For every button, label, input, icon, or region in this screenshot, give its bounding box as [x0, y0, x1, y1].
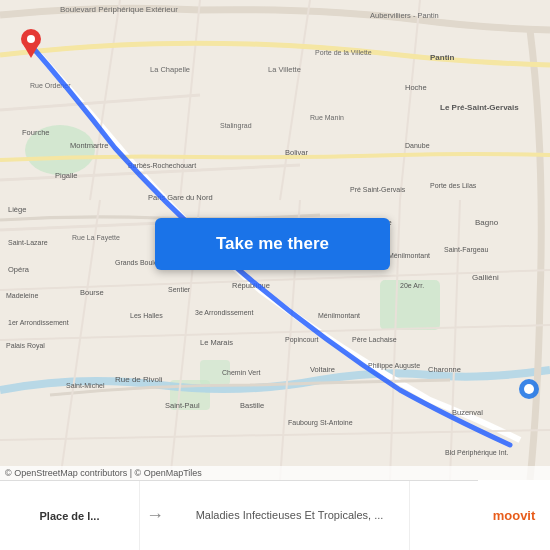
svg-text:Saint-Fargeau: Saint-Fargeau: [444, 246, 488, 254]
svg-text:Buzenval: Buzenval: [452, 408, 483, 417]
svg-text:Pré Saint-Gervais: Pré Saint-Gervais: [350, 186, 406, 193]
svg-text:Pantin: Pantin: [430, 53, 455, 62]
svg-point-79: [27, 35, 35, 43]
svg-text:Bourse: Bourse: [80, 288, 104, 297]
svg-text:La Chapelle: La Chapelle: [150, 65, 190, 74]
svg-text:Rue La Fayette: Rue La Fayette: [72, 234, 120, 242]
svg-text:Montmartre: Montmartre: [70, 141, 108, 150]
svg-marker-78: [24, 46, 38, 58]
svg-text:Rue Ordener: Rue Ordener: [30, 82, 71, 89]
svg-text:Rue Manin: Rue Manin: [310, 114, 344, 121]
destination-section[interactable]: Maladies Infectieuses Et Tropicales, ...: [170, 481, 410, 550]
svg-text:Sentier: Sentier: [168, 286, 191, 293]
svg-text:Popincourt: Popincourt: [285, 336, 319, 344]
svg-text:Saint-Paul: Saint-Paul: [165, 401, 200, 410]
svg-text:Rue de Rivoli: Rue de Rivoli: [115, 375, 163, 384]
svg-text:Bagno: Bagno: [475, 218, 499, 227]
svg-text:Le Marais: Le Marais: [200, 338, 233, 347]
svg-text:Paris Gare du Nord: Paris Gare du Nord: [148, 193, 213, 202]
svg-text:Stalingrad: Stalingrad: [220, 122, 252, 130]
svg-text:20e Arr.: 20e Arr.: [400, 282, 424, 289]
destination-label: Maladies Infectieuses Et Tropicales, ...: [196, 508, 384, 522]
svg-text:Faubourg St-Antoine: Faubourg St-Antoine: [288, 419, 353, 427]
map-container: Boulevard Périphérique Extérieur Aubervi…: [0, 0, 550, 480]
svg-point-81: [524, 384, 534, 394]
svg-text:Ménilmontant: Ménilmontant: [388, 252, 430, 259]
svg-text:1er Arrondissement: 1er Arrondissement: [8, 319, 69, 326]
svg-text:Les Halles: Les Halles: [130, 312, 163, 319]
svg-text:Hoche: Hoche: [405, 83, 427, 92]
svg-text:Bld Périphérique Int.: Bld Périphérique Int.: [445, 449, 508, 457]
take-me-there-button[interactable]: Take me there: [155, 218, 390, 270]
svg-text:Saint-Michel: Saint-Michel: [66, 382, 105, 389]
moovit-logo: moovit: [478, 480, 550, 550]
svg-text:Galliéni: Galliéni: [472, 273, 499, 282]
svg-text:Père Lachaise: Père Lachaise: [352, 336, 397, 343]
svg-text:Aubervilliers - Pantin: Aubervilliers - Pantin: [370, 11, 439, 20]
copyright-bar: © OpenStreetMap contributors | © OpenMap…: [0, 466, 550, 480]
svg-text:Boulevard Périphérique Extérie: Boulevard Périphérique Extérieur: [60, 5, 178, 14]
svg-text:Danube: Danube: [405, 142, 430, 149]
svg-text:Chemin Vert: Chemin Vert: [222, 369, 261, 376]
svg-text:Le Pré-Saint-Gervais: Le Pré-Saint-Gervais: [440, 103, 519, 112]
svg-text:Porte de la Villette: Porte de la Villette: [315, 49, 372, 56]
svg-text:Voltaire: Voltaire: [310, 365, 335, 374]
origin-label: Place de l...: [40, 510, 100, 522]
svg-text:Charonne: Charonne: [428, 365, 461, 374]
origin-section[interactable]: Place de l...: [0, 481, 140, 550]
svg-text:Madeleine: Madeleine: [6, 292, 38, 299]
destination-pin: [518, 378, 540, 404]
svg-text:Opéra: Opéra: [8, 265, 30, 274]
svg-text:Bastille: Bastille: [240, 401, 264, 410]
svg-text:Palais Royal: Palais Royal: [6, 342, 45, 350]
svg-text:Saint-Lazare: Saint-Lazare: [8, 239, 48, 246]
origin-pin: [20, 28, 42, 62]
svg-text:Porte des Lilas: Porte des Lilas: [430, 182, 477, 189]
svg-text:Philippe Auguste: Philippe Auguste: [368, 362, 420, 370]
svg-text:Pigalle: Pigalle: [55, 171, 78, 180]
svg-text:La Villette: La Villette: [268, 65, 301, 74]
route-arrow: →: [140, 505, 170, 526]
svg-text:Barbès-Rochechouart: Barbès-Rochechouart: [128, 162, 196, 169]
bottom-bar: Place de l... → Maladies Infectieuses Et…: [0, 480, 550, 550]
svg-text:Bolivar: Bolivar: [285, 148, 308, 157]
svg-text:3e Arrondissement: 3e Arrondissement: [195, 309, 253, 316]
svg-text:République: République: [232, 281, 270, 290]
svg-text:Fourche: Fourche: [22, 128, 50, 137]
svg-text:Liège: Liège: [8, 205, 26, 214]
svg-text:Ménilmontant: Ménilmontant: [318, 312, 360, 319]
